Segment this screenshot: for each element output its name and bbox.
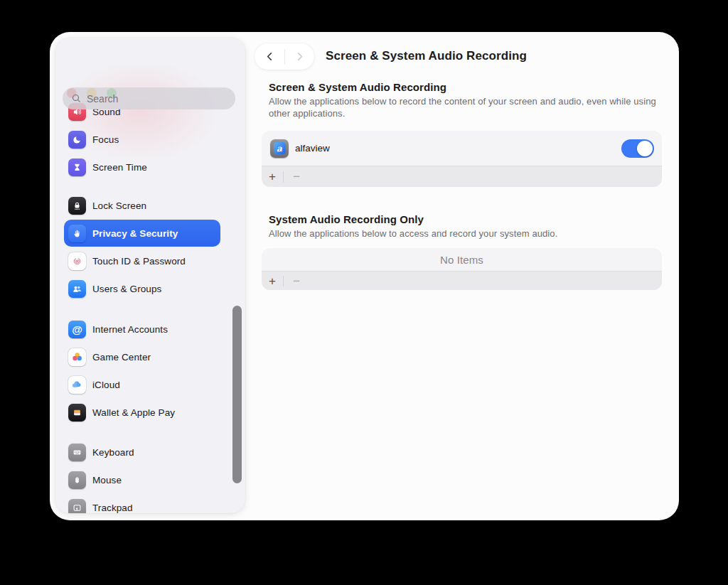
sidebar-item-label: Mouse [92, 475, 122, 485]
nav-buttons [255, 43, 314, 70]
sidebar-item-label: Focus [92, 134, 119, 145]
search-input[interactable]: Search [63, 87, 235, 109]
sidebar-item-keyboard[interactable]: Keyboard [64, 439, 237, 466]
system-audio-heading: System Audio Recording Only [269, 213, 424, 225]
back-button[interactable] [255, 43, 284, 70]
desktop-background: Sound Focus Screen Time Lock Screen [0, 0, 728, 585]
game-bubbles-icon [68, 348, 86, 366]
alfaview-toggle[interactable] [621, 139, 654, 158]
remove-app-button[interactable]: − [286, 166, 307, 188]
hourglass-icon [68, 159, 86, 176]
sidebar-item-touch-id-password[interactable]: Touch ID & Password [64, 247, 237, 274]
sidebar-item-wallet-apple-pay[interactable]: Wallet & Apple Pay [64, 399, 237, 426]
fingerprint-icon [68, 252, 86, 270]
sidebar-item-game-center[interactable]: Game Center [64, 343, 237, 370]
sidebar-item-label: Screen Time [92, 162, 147, 173]
remove-app-button[interactable]: − [286, 272, 307, 291]
screen-recording-app-list: a alfaview + − [262, 131, 662, 187]
sidebar-item-label: Keyboard [92, 447, 134, 458]
add-app-button[interactable]: + [262, 166, 283, 188]
app-row-alfaview: a alfaview [262, 131, 662, 166]
hand-icon [68, 225, 86, 242]
sidebar-item-label: Internet Accounts [92, 324, 168, 335]
footer-divider [283, 276, 284, 286]
sidebar-item-label: Touch ID & Password [92, 256, 186, 267]
app-list-footer: + − [262, 166, 662, 187]
sidebar-item-users-groups[interactable]: Users & Groups [64, 275, 237, 302]
lock-icon [68, 197, 86, 215]
sidebar: Sound Focus Screen Time Lock Screen [55, 38, 245, 513]
moon-icon [68, 131, 86, 149]
sidebar-item-icloud[interactable]: iCloud [64, 371, 237, 398]
cloud-icon [68, 376, 86, 394]
chevron-left-icon [264, 50, 276, 63]
sidebar-item-label: Trackpad [92, 503, 133, 513]
two-people-icon [68, 280, 86, 298]
sidebar-item-label: Wallet & Apple Pay [92, 407, 175, 418]
wallet-icon [68, 404, 86, 422]
sidebar-item-mouse[interactable]: Mouse [64, 466, 237, 493]
app-list-footer: + − [262, 271, 662, 290]
forward-button[interactable] [284, 43, 314, 70]
magnifier-icon [71, 93, 82, 104]
system-audio-app-list: No Items + − [262, 248, 662, 290]
sidebar-item-lock-screen[interactable]: Lock Screen [64, 192, 237, 219]
alfaview-glyph: a [274, 142, 286, 154]
sidebar-scrollbar-thumb[interactable] [232, 306, 242, 483]
search-placeholder: Search [87, 93, 118, 104]
chevron-right-icon [294, 50, 306, 63]
sidebar-item-internet-accounts[interactable]: @ Internet Accounts [64, 316, 237, 343]
sidebar-item-screen-time[interactable]: Screen Time [64, 154, 237, 181]
add-app-button[interactable]: + [262, 272, 283, 291]
nav-divider [284, 49, 285, 64]
screen-recording-description: Allow the applications below to record t… [269, 96, 656, 119]
sidebar-item-label: iCloud [92, 380, 120, 390]
keyboard-icon [68, 444, 86, 461]
sidebar-item-privacy-security[interactable]: Privacy & Security [64, 220, 220, 247]
sidebar-item-label: Privacy & Security [92, 228, 178, 239]
toggle-knob [637, 141, 653, 156]
sidebar-item-label: Game Center [92, 352, 151, 363]
sidebar-item-label: Lock Screen [92, 200, 146, 211]
at-icon: @ [68, 321, 86, 338]
footer-divider [283, 171, 284, 183]
mouse-icon [68, 471, 86, 489]
sidebar-item-focus[interactable]: Focus [64, 126, 237, 153]
screen-recording-heading: Screen & System Audio Recording [269, 81, 446, 93]
empty-list-label: No Items [262, 248, 662, 271]
page-title: Screen & System Audio Recording [326, 49, 527, 63]
alfaview-app-icon: a [270, 139, 289, 158]
sidebar-item-trackpad[interactable]: Trackpad [64, 494, 237, 513]
system-settings-window: Sound Focus Screen Time Lock Screen [50, 32, 679, 520]
system-audio-description: Allow the applications below to access a… [269, 228, 656, 240]
sidebar-item-label: Users & Groups [92, 284, 161, 294]
trackpad-icon [68, 499, 86, 514]
app-name: alfaview [295, 143, 621, 154]
